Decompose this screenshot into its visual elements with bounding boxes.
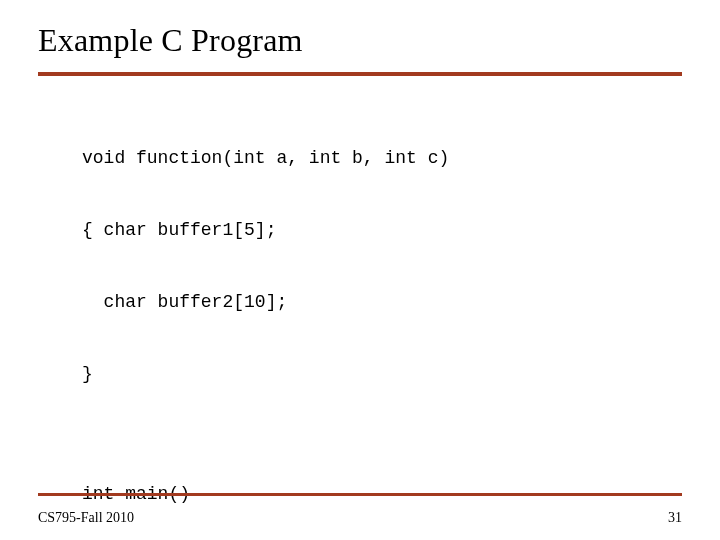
code-line: { char buffer1[5]; (82, 218, 449, 242)
slide-number: 31 (668, 510, 682, 526)
divider-bottom (38, 493, 682, 496)
divider-top (38, 72, 682, 76)
code-line: } (82, 362, 449, 386)
code-line: char buffer2[10]; (82, 290, 449, 314)
code-line: void function(int a, int b, int c) (82, 146, 449, 170)
slide-title: Example C Program (38, 22, 303, 59)
footer-course: CS795-Fall 2010 (38, 510, 134, 526)
code-block: void function(int a, int b, int c) { cha… (82, 98, 449, 540)
slide: Example C Program void function(int a, i… (0, 0, 720, 540)
